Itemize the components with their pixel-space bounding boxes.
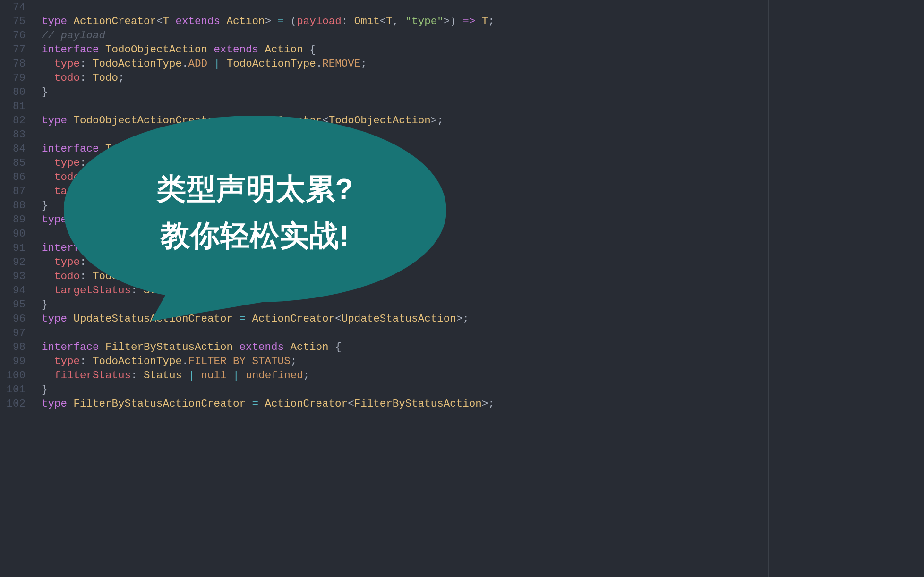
code-line[interactable]: type: TodoActionType.ADD | TodoActionTyp… — [42, 57, 924, 71]
code-line[interactable]: interface UpdateStatusAction extends Act… — [42, 241, 924, 255]
code-token: TodoActionType — [227, 58, 316, 70]
code-line[interactable]: type UpdateStatusActionCreator = ActionC… — [42, 312, 924, 326]
code-line[interactable] — [42, 326, 924, 340]
code-token: { — [316, 242, 329, 254]
code-line[interactable] — [42, 227, 924, 241]
code-line[interactable]: type: TodoActionType.FILTER_BY_STATUS; — [42, 354, 924, 368]
code-token: = — [278, 15, 284, 27]
code-token: ; — [303, 369, 310, 382]
code-token: = — [220, 114, 240, 127]
code-token: TodoActionType — [93, 58, 182, 70]
code-line[interactable] — [42, 0, 924, 14]
code-token: TodoActionType — [93, 355, 182, 367]
code-line[interactable]: type FilterByStatusActionCreator = Actio… — [42, 397, 924, 411]
code-token: >; — [431, 114, 444, 127]
line-number: 84 — [0, 142, 26, 156]
code-token: UpdateStatusAction — [342, 313, 456, 325]
code-token: null — [201, 369, 227, 382]
code-token: > — [265, 15, 278, 27]
code-token: ActionCreator — [74, 15, 157, 27]
line-number: 89 — [0, 212, 26, 227]
code-token: = — [246, 398, 265, 410]
line-number: 75 — [0, 14, 26, 28]
code-line[interactable]: type: TodoActionType.ADD_TAG | TodoActio… — [42, 156, 924, 170]
code-token: ; — [118, 72, 125, 84]
code-token: todo — [54, 171, 80, 183]
code-token: } — [42, 86, 48, 98]
code-token: interface — [42, 143, 105, 155]
line-number: 97 — [0, 326, 26, 340]
code-area[interactable]: type ActionCreator<T extends Action> = (… — [32, 0, 924, 577]
line-number: 76 — [0, 28, 26, 42]
code-token: >; — [482, 398, 495, 410]
code-line[interactable] — [42, 99, 924, 113]
line-number: 81 — [0, 99, 26, 113]
code-token: type — [42, 213, 74, 226]
code-line[interactable]: type ActionCreator<T extends Action> = (… — [42, 14, 924, 28]
code-line[interactable]: } — [42, 382, 924, 397]
line-number: 95 — [0, 297, 26, 312]
code-token: | — [227, 369, 246, 382]
line-number: 102 — [0, 397, 26, 411]
code-line[interactable]: interface TodoObjectAction extends Actio… — [42, 42, 924, 57]
code-line[interactable]: todo: Todo; — [42, 170, 924, 184]
line-number: 90 — [0, 227, 26, 241]
code-token: type — [42, 313, 74, 325]
code-line[interactable]: todo: Todo; — [42, 71, 924, 85]
code-line[interactable]: type TodoObjectActionCreator = ActionCre… — [42, 113, 924, 127]
code-token: : — [80, 270, 93, 282]
code-token: payload — [297, 15, 342, 27]
code-token: | — [182, 369, 201, 382]
code-token: "type" — [405, 15, 444, 27]
code-token: { — [303, 43, 316, 56]
code-token: type — [42, 15, 74, 27]
line-number: 77 — [0, 42, 26, 57]
code-token: : — [80, 355, 93, 367]
code-line[interactable]: interface TagAction extends Action { — [42, 142, 924, 156]
code-token — [42, 185, 54, 197]
code-line[interactable]: } — [42, 85, 924, 99]
code-token: FilterByStatusAction — [354, 398, 482, 410]
line-number: 79 — [0, 71, 26, 85]
code-editor[interactable]: 7475767778798081828384858687888990919293… — [0, 0, 924, 577]
code-line[interactable] — [42, 127, 924, 142]
code-token — [42, 58, 54, 70]
code-token — [42, 284, 54, 297]
code-token: extends — [169, 15, 227, 27]
code-line[interactable]: todo: Todo; — [42, 269, 924, 283]
code-token: < — [335, 313, 342, 325]
code-token — [42, 369, 54, 382]
code-token: ActionCreator — [265, 398, 348, 410]
code-token — [42, 157, 54, 169]
code-token: Action — [291, 341, 329, 353]
code-line[interactable]: targetStatus: Status; — [42, 283, 924, 297]
code-line[interactable]: type TagActionCreator = ActionCreator<Ta… — [42, 212, 924, 227]
code-line[interactable]: } — [42, 198, 924, 212]
code-token: interface — [42, 43, 105, 56]
code-token: < — [278, 213, 284, 226]
line-number-gutter: 7475767778798081828384858687888990919293… — [0, 0, 32, 577]
code-token: filterStatus — [54, 369, 131, 382]
code-token: >; — [342, 213, 354, 226]
code-token: T — [386, 15, 393, 27]
code-token: TagAction — [284, 213, 342, 226]
code-line[interactable]: filterStatus: Status | null | undefined; — [42, 368, 924, 382]
code-token — [475, 15, 482, 27]
line-number: 83 — [0, 127, 26, 142]
code-line[interactable]: tag: string; — [42, 184, 924, 198]
code-line[interactable]: } — [42, 297, 924, 312]
code-token: // payload — [42, 29, 105, 42]
code-line[interactable]: interface FilterByStatusAction extends A… — [42, 340, 924, 354]
code-token: ; — [118, 171, 125, 183]
code-token: = — [233, 313, 252, 325]
code-line[interactable]: // payload — [42, 28, 924, 42]
line-number: 91 — [0, 241, 26, 255]
line-number: 99 — [0, 354, 26, 368]
code-token: tag — [54, 185, 74, 197]
code-token: . — [316, 58, 323, 70]
line-number: 80 — [0, 85, 26, 99]
code-line[interactable]: type: TodoActionType.UPDATE_STATUS; — [42, 255, 924, 269]
code-token: TodoObjectAction — [105, 43, 207, 56]
code-token: : — [80, 171, 93, 183]
code-token: : — [342, 15, 354, 27]
